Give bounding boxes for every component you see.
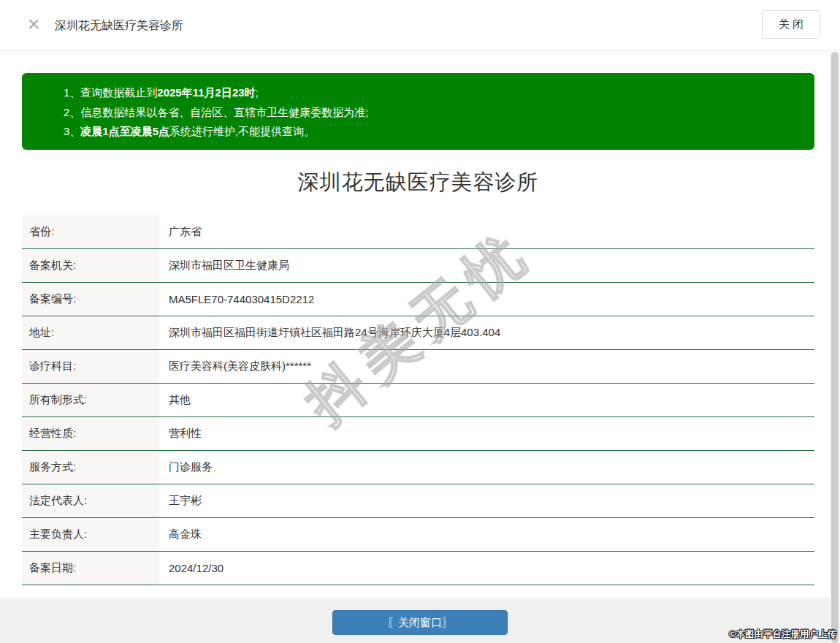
field-value: 深圳市福田区福田街道圩镇社区福田路24号海岸环庆大厦4层403.404 — [159, 316, 814, 349]
field-value: 高金珠 — [159, 518, 814, 551]
page-title: 深圳花无缺医疗美容诊所 — [22, 168, 814, 197]
table-row-service-mode: 服务方式: 门诊服务 — [22, 451, 814, 484]
table-row-address: 地址: 深圳市福田区福田街道圩镇社区福田路24号海岸环庆大厦4层403.404 — [22, 316, 814, 350]
field-label: 所有制形式: — [22, 384, 159, 416]
field-value: 其他 — [159, 384, 814, 416]
info-table: 省份: 广东省 备案机关: 深圳市福田区卫生健康局 备案编号: MA5FLE70… — [22, 216, 814, 585]
registration-detail-page: ✕ 深圳花无缺医疗美容诊所 关 闭 1、查询数据截止到2025年11月2日23时… — [0, 0, 840, 643]
field-label: 经营性质: — [22, 417, 159, 450]
scrollbar[interactable] — [830, 52, 840, 643]
table-row-filing-number: 备案编号: MA5FLE70-744030415D2212 — [22, 283, 814, 316]
top-bar: ✕ 深圳花无缺医疗美容诊所 关 闭 — [0, 0, 840, 51]
field-label: 服务方式: — [22, 451, 159, 484]
notice-item-2: 2、信息数据结果以各省、自治区、直辖市卫生健康委数据为准; — [64, 103, 800, 123]
table-row-legal-representative: 法定代表人: 王宇彬 — [22, 484, 814, 518]
field-label: 省份: — [22, 216, 159, 248]
close-button[interactable]: 关 闭 — [762, 10, 820, 39]
close-window-button[interactable]: 〖关闭窗口〗 — [332, 610, 508, 635]
table-row-province: 省份: 广东省 — [22, 216, 814, 249]
upload-credit-text: ©本图由平台注册用户上传 — [729, 628, 836, 641]
notice-number: 3、 — [64, 125, 80, 137]
field-label: 法定代表人: — [22, 484, 159, 517]
field-label: 备案编号: — [22, 283, 159, 316]
field-value: 门诊服务 — [159, 451, 814, 484]
field-label: 诊疗科目: — [22, 350, 159, 383]
table-row-filing-authority: 备案机关: 深圳市福田区卫生健康局 — [22, 249, 814, 283]
notice-number: 1、 — [64, 86, 80, 99]
field-value: 广东省 — [159, 216, 814, 248]
notice-item-1: 1、查询数据截止到2025年11月2日23时; — [64, 83, 800, 103]
field-label: 地址: — [22, 316, 159, 349]
field-value: 2024/12/30 — [159, 552, 814, 585]
table-row-filing-date: 备案日期: 2024/12/30 — [22, 552, 814, 585]
notice-text: 系统进行维护,不能提供查询。 — [169, 125, 315, 137]
notice-text: 查询数据截止到 — [80, 86, 157, 99]
field-label: 备案日期: — [22, 552, 159, 585]
notice-text: ; — [256, 86, 259, 99]
notice-box: 1、查询数据截止到2025年11月2日23时; 2、信息数据结果以各省、自治区、… — [22, 73, 814, 150]
close-icon[interactable]: ✕ — [27, 17, 40, 33]
field-label: 主要负责人: — [22, 518, 159, 551]
notice-bold-text: 2025年11月2日23时 — [157, 86, 255, 99]
notice-item-3: 3、凌晨1点至凌晨5点系统进行维护,不能提供查询。 — [64, 122, 800, 142]
field-value: MA5FLE70-744030415D2212 — [159, 283, 814, 316]
table-row-business-nature: 经营性质: 营利性 — [22, 417, 814, 451]
field-value: 医疗美容科(美容皮肤科)****** — [159, 350, 814, 383]
field-value: 营利性 — [159, 417, 814, 450]
footer-bar: 〖关闭窗口〗 — [0, 598, 840, 643]
table-row-ownership-form: 所有制形式: 其他 — [22, 384, 814, 417]
scrollbar-thumb[interactable] — [831, 52, 839, 643]
table-row-treatment-subjects: 诊疗科目: 医疗美容科(美容皮肤科)****** — [22, 350, 814, 384]
field-label: 备案机关: — [22, 249, 159, 282]
notice-number: 2、 — [64, 106, 80, 118]
table-row-main-person-in-charge: 主要负责人: 高金珠 — [22, 518, 814, 552]
field-value: 王宇彬 — [159, 484, 814, 517]
window-title: 深圳花无缺医疗美容诊所 — [55, 18, 183, 34]
notice-bold-text: 凌晨1点至凌晨5点 — [80, 125, 169, 137]
notice-text: 信息数据结果以各省、自治区、直辖市卫生健康委数据为准; — [80, 106, 368, 118]
field-value: 深圳市福田区卫生健康局 — [159, 249, 814, 282]
